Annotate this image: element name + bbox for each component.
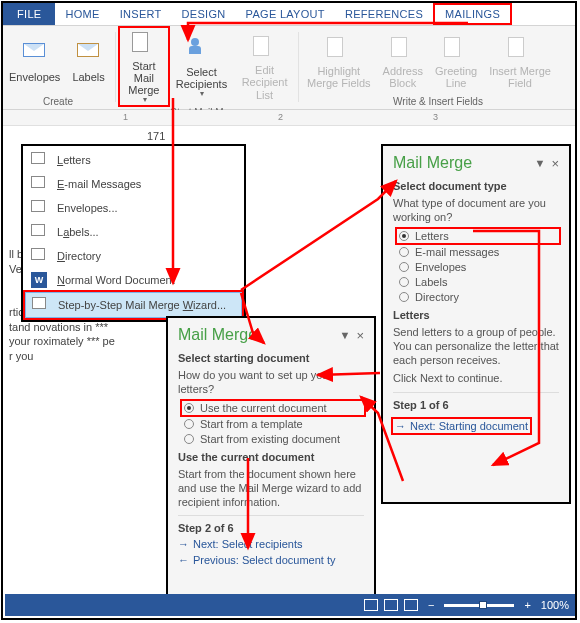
pane-title: Mail Merge xyxy=(393,154,472,172)
menu-letters[interactable]: Letters xyxy=(25,148,242,172)
envelope-icon xyxy=(23,43,47,67)
menu-directory[interactable]: Directory xyxy=(25,244,242,268)
heading-select-doc-type: Select document type xyxy=(393,180,559,192)
radio-email[interactable]: E-mail messages xyxy=(399,246,559,258)
tab-file[interactable]: FILE xyxy=(3,3,55,25)
pane-title: Mail Merge xyxy=(178,326,257,344)
select-recipients-button[interactable]: Select Recipients▾ xyxy=(170,26,233,107)
tab-page-layout[interactable]: PAGE LAYOUT xyxy=(236,3,335,25)
edit-list-icon xyxy=(253,36,277,60)
radio-labels[interactable]: Labels xyxy=(399,276,559,288)
radio-letters[interactable]: Letters xyxy=(397,229,559,243)
labels-button[interactable]: Labels xyxy=(66,26,110,96)
radio-use-current[interactable]: Use the current document xyxy=(182,401,364,415)
menu-email[interactable]: E-mail Messages xyxy=(25,172,242,196)
ruler: 1 2 3 xyxy=(3,110,575,126)
menu-labels[interactable]: Labels... xyxy=(25,220,242,244)
radio-directory[interactable]: Directory xyxy=(399,291,559,303)
chevron-down-icon: ▾ xyxy=(200,90,204,99)
previous-select-doc-type-link[interactable]: ←Previous: Select document ty xyxy=(178,554,364,566)
tab-insert[interactable]: INSERT xyxy=(110,3,172,25)
heading-select-starting-doc: Select starting document xyxy=(178,352,364,364)
next-starting-document-link[interactable]: →Next: Starting document xyxy=(393,419,530,433)
step-label: Step 2 of 6 xyxy=(178,522,364,534)
next-select-recipients-link[interactable]: →Next: Select recipients xyxy=(178,538,364,550)
greeting-line-button[interactable]: Greeting Line xyxy=(429,26,483,96)
radio-from-existing[interactable]: Start from existing document xyxy=(184,433,364,445)
ribbon: Envelopes Labels Create Start Mail Merge… xyxy=(3,26,575,110)
edit-recipient-list-button[interactable]: Edit Recipient List xyxy=(233,26,296,107)
highlight-icon xyxy=(327,37,351,61)
tab-mailings[interactable]: MAILINGS xyxy=(433,3,512,25)
start-mail-merge-button[interactable]: Start Mail Merge▾ xyxy=(118,26,170,107)
labels-icon xyxy=(77,43,101,67)
view-icons[interactable] xyxy=(364,599,418,611)
menu-step-by-step-wizard[interactable]: Step-by-Step Mail Merge Wizard... xyxy=(25,292,242,318)
tab-references[interactable]: REFERENCES xyxy=(335,3,433,25)
chevron-down-icon[interactable]: ▼ xyxy=(535,157,546,169)
start-mail-merge-menu: Letters E-mail Messages Envelopes... Lab… xyxy=(21,144,246,322)
mail-merge-pane-step1: Mail Merge ▼× Select document type What … xyxy=(381,144,571,504)
tab-design[interactable]: DESIGN xyxy=(172,3,236,25)
arrow-left-icon: ← xyxy=(178,554,189,566)
people-icon xyxy=(189,38,213,62)
insert-field-icon xyxy=(508,37,532,61)
arrow-right-icon: → xyxy=(395,420,406,432)
greeting-icon xyxy=(444,37,468,61)
close-icon[interactable]: × xyxy=(551,156,559,171)
radio-envelopes[interactable]: Envelopes xyxy=(399,261,559,273)
group-label-create: Create xyxy=(3,96,113,109)
radio-from-template[interactable]: Start from a template xyxy=(184,418,364,430)
group-label-write-insert: Write & Insert Fields xyxy=(301,96,575,109)
zoom-in-button[interactable]: + xyxy=(524,599,530,611)
zoom-out-button[interactable]: − xyxy=(428,599,434,611)
tab-home[interactable]: HOME xyxy=(55,3,109,25)
address-block-button[interactable]: Address Block xyxy=(377,26,429,96)
menu-normal-document[interactable]: WNormal Word Document xyxy=(25,268,242,292)
word-icon: W xyxy=(31,272,47,288)
close-icon[interactable]: × xyxy=(356,328,364,343)
arrow-right-icon: → xyxy=(178,538,189,550)
mail-merge-pane-step2: Mail Merge ▼× Select starting document H… xyxy=(166,316,376,616)
address-block-icon xyxy=(391,37,415,61)
start-mail-merge-icon xyxy=(132,32,156,56)
zoom-level[interactable]: 100% xyxy=(541,599,569,611)
envelopes-button[interactable]: Envelopes xyxy=(3,26,66,96)
insert-merge-field-button[interactable]: Insert Merge Field xyxy=(483,26,557,96)
status-bar: − + 100% xyxy=(5,594,577,616)
menu-envelopes[interactable]: Envelopes... xyxy=(25,196,242,220)
chevron-down-icon: ▾ xyxy=(143,96,147,105)
step-label: Step 1 of 6 xyxy=(393,399,559,411)
highlight-merge-fields-button[interactable]: Highlight Merge Fields xyxy=(301,26,377,96)
chevron-down-icon[interactable]: ▼ xyxy=(340,329,351,341)
zoom-slider[interactable] xyxy=(444,604,514,607)
tab-strip: FILE HOME INSERT DESIGN PAGE LAYOUT REFE… xyxy=(3,3,575,26)
